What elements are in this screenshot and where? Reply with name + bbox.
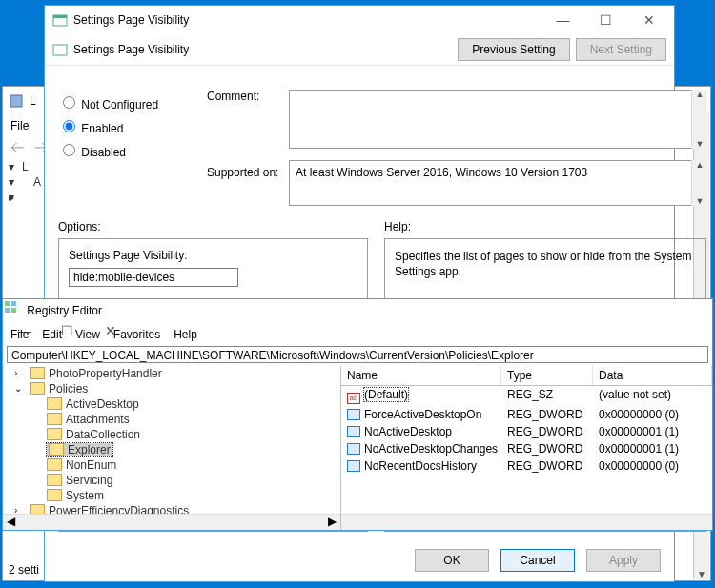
reg-value-list[interactable]: Name Type Data ab(Default)REG_SZ(value n… xyxy=(341,366,712,530)
reg-value-row[interactable]: NoActiveDesktopChangesREG_DWORD0x0000000… xyxy=(341,440,712,457)
reg-value-data: (value not set) xyxy=(593,387,712,405)
reg-tree-node[interactable]: Policies xyxy=(16,381,340,396)
reg-tree-node[interactable]: NonEnum xyxy=(33,457,340,473)
reg-tree-label[interactable]: Attachments xyxy=(47,413,130,426)
apply-button: Apply xyxy=(586,549,661,572)
comment-label: Comment: xyxy=(207,90,259,103)
options-field-label: Settings Page Visibility: xyxy=(69,249,358,262)
minimize-button[interactable]: — xyxy=(541,7,584,33)
close-button[interactable]: ✕ xyxy=(627,7,670,33)
tree-collapse-icon[interactable]: ▾ xyxy=(9,160,14,173)
reg-value-row[interactable]: NoRecentDocsHistoryREG_DWORD0x00000000 (… xyxy=(341,457,712,475)
reg-tree-label[interactable]: PhotoPropertyHandler xyxy=(30,367,162,380)
reg-value-name: NoRecentDocsHistory xyxy=(364,459,477,473)
gpo-item-icon xyxy=(52,42,68,57)
reg-tree-label[interactable]: Explorer xyxy=(47,443,112,456)
reg-value-type: REG_DWORD xyxy=(501,458,593,474)
reg-value-row[interactable]: NoActiveDesktopREG_DWORD0x00000001 (1) xyxy=(341,423,712,440)
reg-value-type: REG_DWORD xyxy=(501,407,593,422)
col-data[interactable]: Data xyxy=(593,366,712,385)
options-label: Options: xyxy=(58,220,101,233)
bg-statusbar: 2 setti xyxy=(9,563,39,577)
regedit-title: Registry Editor xyxy=(27,304,102,317)
tree-collapse-icon[interactable]: ▾ xyxy=(9,191,14,204)
previous-setting-button[interactable]: Previous Setting xyxy=(458,38,569,61)
reg-value-data: 0x00000001 (1) xyxy=(593,441,712,456)
next-setting-button: Next Setting xyxy=(576,38,666,61)
tree-collapse-icon[interactable]: ▾ xyxy=(9,175,14,189)
reg-menu-file[interactable]: File xyxy=(10,328,29,341)
reg-value-type: REG_SZ xyxy=(501,387,593,405)
reg-tree-node[interactable]: DataCollection xyxy=(33,427,340,442)
bg-menu-file[interactable]: File xyxy=(10,119,29,132)
ok-button[interactable]: OK xyxy=(415,549,489,572)
svg-rect-3 xyxy=(53,45,67,55)
maximize-button[interactable]: ☐ xyxy=(584,7,627,33)
supported-scrollbar[interactable]: ▲▼ xyxy=(691,160,707,206)
svg-rect-4 xyxy=(5,301,10,306)
dword-value-icon xyxy=(347,460,360,472)
reg-value-row[interactable]: ForceActiveDesktopOnREG_DWORD0x00000000 … xyxy=(341,406,712,423)
svg-rect-5 xyxy=(11,301,16,306)
reg-tree-node[interactable]: Attachments xyxy=(33,412,340,427)
dword-value-icon xyxy=(347,443,360,455)
reg-key-tree[interactable]: PhotoPropertyHandlerPoliciesActiveDeskto… xyxy=(3,366,341,530)
reg-menu-edit[interactable]: Edit xyxy=(42,328,62,341)
reg-value-data: 0x00000001 (1) xyxy=(593,424,712,439)
svg-rect-0 xyxy=(10,95,22,107)
reg-address-bar[interactable]: Computer\HKEY_LOCAL_MACHINE\SOFTWARE\Mic… xyxy=(7,346,708,363)
reg-list-h-scrollbar[interactable] xyxy=(341,514,712,530)
app-icon xyxy=(9,93,24,109)
string-value-icon: ab xyxy=(347,393,360,404)
reg-tree-node[interactable]: Servicing xyxy=(33,473,340,488)
reg-tree-label[interactable]: System xyxy=(47,489,104,502)
col-type[interactable]: Type xyxy=(501,366,593,385)
radio-enabled[interactable]: Enabled xyxy=(58,117,158,135)
svg-rect-7 xyxy=(11,308,16,313)
window-app-icon xyxy=(52,12,68,28)
help-text-1: Specifies the list of pages to show or h… xyxy=(395,249,696,279)
dialog-title: Settings Page Visibility xyxy=(73,13,541,27)
cancel-button[interactable]: Cancel xyxy=(500,549,575,572)
supported-on-text: At least Windows Server 2016, Windows 10… xyxy=(296,166,587,179)
reg-menu-help[interactable]: Help xyxy=(174,328,197,341)
svg-rect-6 xyxy=(5,308,10,313)
registry-editor-window: Registry Editor — ☐ ✕ File Edit View Fav… xyxy=(2,298,713,531)
reg-tree-node[interactable]: ActiveDesktop xyxy=(33,396,340,412)
reg-tree-label[interactable]: DataCollection xyxy=(47,428,140,441)
reg-value-data: 0x00000000 (0) xyxy=(593,458,712,474)
comment-scrollbar[interactable]: ▲▼ xyxy=(691,90,707,149)
reg-tree-h-scrollbar[interactable]: ◀▶ xyxy=(3,514,340,530)
reg-menu-view[interactable]: View xyxy=(75,328,100,341)
reg-tree-node[interactable]: Explorer xyxy=(33,442,340,457)
reg-tree-label[interactable]: ActiveDesktop xyxy=(47,397,139,411)
reg-tree-label[interactable]: Servicing xyxy=(47,474,112,487)
scroll-down-icon[interactable]: ▼ xyxy=(694,569,709,579)
radio-input-not-configured[interactable] xyxy=(63,96,75,109)
reg-value-name: NoActiveDesktop xyxy=(364,425,452,438)
col-name[interactable]: Name xyxy=(341,366,501,385)
reg-value-data: 0x00000000 (0) xyxy=(593,407,712,422)
reg-value-row[interactable]: ab(Default)REG_SZ(value not set) xyxy=(341,386,712,406)
help-label: Help: xyxy=(384,220,411,233)
dword-value-icon xyxy=(347,409,360,420)
radio-disabled[interactable]: Disabled xyxy=(58,141,158,159)
bg-tree-label-1[interactable]: A xyxy=(33,175,41,189)
reg-tree-label[interactable]: Policies xyxy=(30,382,88,395)
radio-not-configured[interactable]: Not Configured xyxy=(58,93,158,112)
reg-tree-node[interactable]: System xyxy=(33,488,340,503)
background-title: L xyxy=(30,94,36,108)
reg-value-type: REG_DWORD xyxy=(501,424,593,439)
comment-textarea[interactable] xyxy=(289,90,706,149)
reg-tree-node[interactable]: PhotoPropertyHandler xyxy=(16,366,340,381)
supported-on-label: Supported on: xyxy=(207,166,278,179)
bg-tree-label-0[interactable]: L xyxy=(22,160,29,173)
radio-input-disabled[interactable] xyxy=(63,144,75,156)
reg-menu-favorites[interactable]: Favorites xyxy=(113,328,160,341)
supported-on-box: At least Windows Server 2016, Windows 10… xyxy=(289,160,706,206)
back-arrow-icon[interactable]: 🡠 xyxy=(10,139,25,155)
radio-input-enabled[interactable] xyxy=(63,120,75,132)
settings-page-visibility-input[interactable] xyxy=(69,268,238,287)
reg-tree-label[interactable]: NonEnum xyxy=(47,458,116,472)
svg-rect-2 xyxy=(53,15,67,18)
